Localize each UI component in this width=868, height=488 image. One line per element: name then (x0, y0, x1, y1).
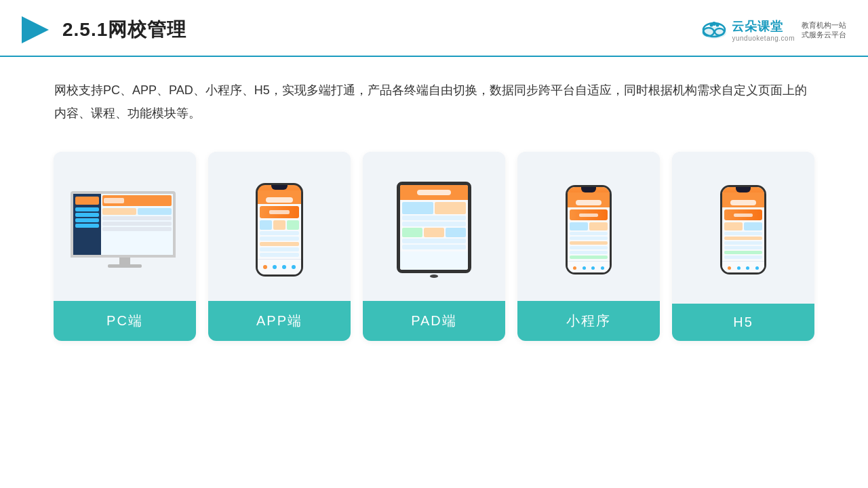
cards-container: PC端 (0, 138, 868, 361)
card-h5-image (672, 152, 814, 301)
card-app: APP端 (208, 152, 351, 341)
pad-tablet-icon (397, 182, 471, 278)
brand-url: yunduoketang.com (732, 35, 795, 42)
brand-tagline-line2: 式服务云平台 (802, 30, 846, 39)
card-miniprogram-image (517, 152, 660, 301)
miniprogram-phone-icon (566, 185, 612, 274)
header-left: 2.5.1网校管理 (16, 12, 186, 47)
card-pc: PC端 (54, 152, 196, 341)
brand-tagline-line1: 教育机构一站 (802, 20, 846, 30)
card-app-label: APP端 (208, 301, 351, 341)
svg-marker-0 (22, 16, 49, 43)
page-title: 2.5.1网校管理 (62, 17, 186, 43)
card-h5-label: H5 (672, 304, 814, 341)
card-pad-image (363, 152, 505, 301)
logo-arrow-icon (16, 12, 52, 47)
cloud-brand-icon (699, 19, 729, 41)
card-pc-image (54, 152, 196, 301)
card-miniprogram: 小程序 (517, 152, 660, 341)
card-miniprogram-label: 小程序 (517, 301, 660, 341)
h5-phone-icon (720, 185, 766, 274)
svg-point-7 (716, 24, 719, 27)
header: 2.5.1网校管理 云朵课堂 yunduoketang.com 教育机构一站 (0, 0, 868, 57)
description-text: 网校支持PC、APP、PAD、小程序、H5，实现多端打通，产品各终端自由切换，数… (0, 57, 868, 138)
app-phone-icon (256, 183, 303, 277)
svg-point-6 (712, 22, 716, 26)
card-pad: PAD端 (363, 152, 505, 341)
card-h5: H5 (672, 152, 814, 341)
card-pc-label: PC端 (54, 301, 196, 341)
card-pad-label: PAD端 (363, 301, 505, 341)
card-app-image (208, 152, 351, 301)
brand-name: 云朵课堂 (732, 18, 795, 35)
brand-area: 云朵课堂 yunduoketang.com 教育机构一站 式服务云平台 (699, 18, 846, 42)
pc-monitor-icon (71, 191, 179, 269)
